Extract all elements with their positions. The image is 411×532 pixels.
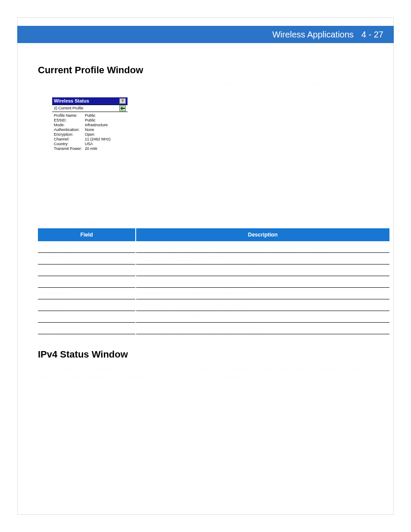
wireless-status-titlebar: Wireless Status ? (52, 97, 128, 105)
status-row: Profile Name:Public (54, 113, 126, 118)
section-title: Wireless Applications (272, 30, 354, 40)
status-row: Mode:Infrastructure (54, 123, 126, 128)
table-row: ModeDisplays the current profile's mode,… (38, 264, 389, 276)
status-row: Channel:11 (2462 MHz) (54, 137, 126, 142)
heading-ipv4-status: IPv4 Status Window (38, 349, 389, 360)
wireless-status-body: Profile Name:Public ESSID:Public Mode:In… (52, 112, 128, 199)
page-number: 4 - 27 (361, 30, 383, 40)
status-row: Country:USA (54, 142, 126, 146)
status-row: Transmit Power:20 mW (54, 146, 126, 151)
table-row: Profile NameDisplays the current profile… (38, 241, 389, 253)
wireless-status-title: Wireless Status (54, 98, 89, 103)
wireless-status-subtitle: 2) Current Profile (54, 106, 84, 110)
wireless-status-subheader: 2) Current Profile (52, 105, 128, 112)
help-icon[interactable]: ? (119, 98, 126, 104)
table-row: Transmit PowerDisplays the radio transmi… (38, 322, 389, 334)
intro-paragraph: The Current Profile window displays basi… (38, 80, 389, 89)
table-row: ChannelDisplays the current profile's ch… (38, 299, 389, 311)
page-header: Wireless Applications 4 - 27 (17, 26, 394, 43)
status-row: ESSID:Public (54, 118, 126, 123)
table-row: CountryDisplays the current profile's co… (38, 311, 389, 322)
table-row: EncryptionDisplays the current profile's… (38, 287, 389, 299)
table-row: AuthenticationDisplays the current profi… (38, 276, 389, 287)
table-row: ESSIDDisplays the current profile's ESSI… (38, 252, 389, 264)
col-header-description: Description (136, 228, 389, 241)
figure-caption: Figure 4-25 Current Profile Window (52, 205, 389, 211)
status-row: Encryption:Open (54, 132, 126, 137)
table-caption: Table 4-14 Current Profile Window (38, 221, 389, 227)
back-icon[interactable] (119, 106, 126, 111)
wireless-status-window: Wireless Status ? 2) Current Profile Pro… (52, 97, 128, 199)
heading-current-profile: Current Profile Window (38, 65, 389, 76)
status-row: Authentication:None (54, 128, 126, 132)
current-profile-table: Field Description Profile NameDisplays t… (38, 228, 389, 334)
outro-paragraph: The IPv4 Status window displays the curr… (38, 364, 389, 383)
col-header-field: Field (38, 228, 136, 241)
